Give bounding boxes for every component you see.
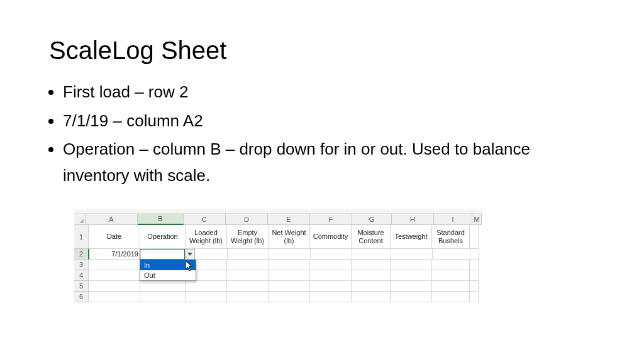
row-header-1[interactable]: 1 (74, 225, 89, 249)
sheet-top-strip (74, 209, 482, 214)
grid-area: 1 Date Operation Loaded Weight (lb) Empt… (74, 225, 482, 302)
cell[interactable] (432, 292, 470, 302)
cell[interactable] (228, 249, 269, 260)
cell[interactable] (432, 270, 470, 281)
column-header-e[interactable]: E (268, 214, 310, 225)
cell[interactable] (269, 260, 310, 270)
table-row: 4 (74, 270, 482, 281)
cell[interactable] (89, 292, 140, 302)
cell-b2[interactable] (141, 249, 186, 260)
column-header-row: A B C D E F G H I M (74, 214, 482, 225)
cell[interactable] (433, 249, 470, 260)
dropdown-handle[interactable] (185, 249, 195, 260)
cell[interactable] (352, 249, 391, 260)
cell[interactable] (310, 281, 352, 292)
cell[interactable] (269, 281, 310, 292)
cell[interactable] (227, 292, 269, 302)
header-moisture[interactable]: Moisture Content (352, 225, 391, 249)
row-header-4[interactable]: 4 (74, 270, 89, 281)
cell[interactable] (227, 260, 269, 270)
cell[interactable] (89, 281, 140, 292)
cell[interactable] (140, 281, 186, 292)
table-row: 3 (74, 260, 482, 270)
column-header-d[interactable]: D (226, 214, 268, 225)
cell[interactable] (89, 270, 140, 281)
cell[interactable] (470, 270, 479, 281)
cell[interactable] (269, 270, 310, 281)
cell[interactable] (470, 281, 479, 292)
column-header-a[interactable]: A (86, 214, 138, 225)
cell[interactable] (470, 292, 479, 302)
column-header-c[interactable]: C (184, 214, 226, 225)
header-commodity[interactable]: Commodity (310, 225, 352, 249)
column-header-f[interactable]: F (310, 214, 352, 225)
table-row: 2 7/1/2019 (74, 249, 482, 260)
bullet-item: 7/1/19 – column A2 (63, 108, 565, 134)
cell[interactable] (310, 260, 352, 270)
row-header-3[interactable]: 3 (74, 260, 89, 270)
cell[interactable] (470, 249, 479, 260)
table-row: 1 Date Operation Loaded Weight (lb) Empt… (74, 225, 482, 249)
cell[interactable] (227, 270, 269, 281)
column-header-i[interactable]: I (434, 214, 472, 225)
row-header-6[interactable]: 6 (74, 292, 89, 302)
header-net-weight[interactable]: Net Weight (lb) (269, 225, 310, 249)
cell[interactable] (227, 281, 269, 292)
spreadsheet: A B C D E F G H I M 1 Date Operation Loa… (74, 209, 482, 302)
dropdown-list[interactable]: In Out (140, 260, 196, 281)
header-testweight[interactable]: Testweight (391, 225, 432, 249)
cell[interactable] (391, 292, 432, 302)
select-all-corner[interactable] (74, 214, 86, 225)
cell[interactable] (89, 260, 140, 270)
cell[interactable] (391, 270, 432, 281)
cell[interactable] (311, 249, 352, 260)
header-bushels[interactable]: Standard Bushels (432, 225, 470, 249)
column-header-b[interactable]: B (138, 214, 184, 225)
cell[interactable] (352, 260, 391, 270)
bullet-item: First load – row 2 (63, 79, 565, 106)
cell[interactable] (432, 260, 470, 270)
dropdown-option-out[interactable]: Out (140, 270, 196, 280)
cell[interactable] (310, 270, 352, 281)
column-header-g[interactable]: G (352, 214, 392, 225)
cell[interactable] (186, 281, 227, 292)
cell[interactable] (470, 225, 479, 249)
row-header-5[interactable]: 5 (74, 281, 89, 292)
dropdown-option-in[interactable]: In (140, 260, 196, 270)
cell[interactable] (352, 292, 391, 302)
cell[interactable] (432, 281, 470, 292)
header-loaded-weight[interactable]: Loaded Weight (lb) (186, 225, 227, 249)
cell[interactable] (140, 292, 186, 302)
table-row: 6 (74, 292, 482, 302)
bullet-list: First load – row 2 7/1/19 – column A2 Op… (49, 79, 565, 191)
cell[interactable] (391, 249, 433, 260)
cell[interactable] (352, 270, 391, 281)
header-date[interactable]: Date (89, 225, 140, 249)
header-empty-weight[interactable]: Empty Weight (lb) (227, 225, 269, 249)
cell[interactable] (470, 260, 479, 270)
slide-title: ScaleLog Sheet (49, 36, 226, 65)
column-header-h[interactable]: H (392, 214, 434, 225)
cell[interactable] (269, 249, 311, 260)
cell[interactable] (391, 260, 432, 270)
cell[interactable] (269, 292, 310, 302)
table-row: 5 (74, 281, 482, 292)
row-header-2[interactable]: 2 (74, 249, 89, 260)
cell[interactable] (391, 281, 432, 292)
header-operation[interactable]: Operation (140, 225, 186, 249)
bullet-item: Operation – column B – drop down for in … (63, 136, 565, 189)
cell[interactable] (352, 281, 391, 292)
cell-a2[interactable]: 7/1/2019 (89, 249, 141, 260)
cell[interactable] (186, 292, 227, 302)
column-header-m[interactable]: M (472, 214, 482, 225)
cell[interactable] (310, 292, 352, 302)
